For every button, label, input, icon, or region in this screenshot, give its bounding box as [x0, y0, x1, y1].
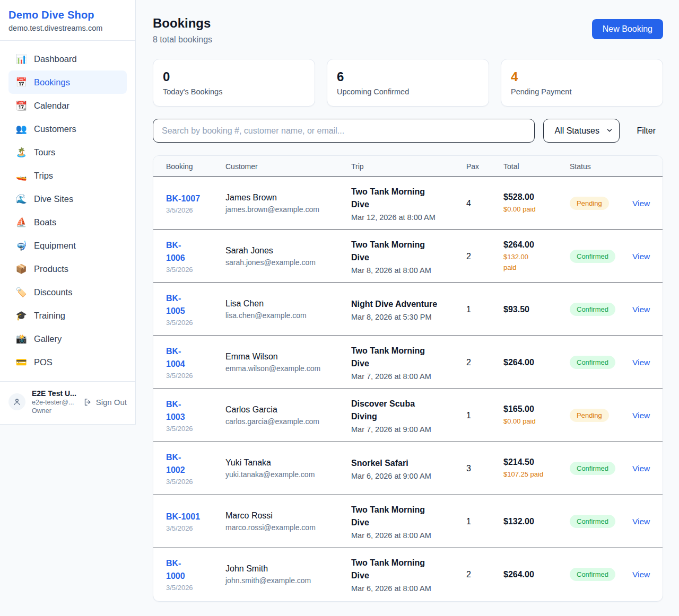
- nav-item-icon: 👥: [15, 124, 27, 135]
- view-link[interactable]: View: [632, 464, 650, 473]
- nav-item-label: Calendar: [34, 101, 69, 111]
- view-link[interactable]: View: [632, 199, 650, 208]
- nav-item-icon: 📅: [15, 77, 27, 88]
- trip-name: Two Tank Morning Dive: [351, 345, 461, 370]
- booking-id-link[interactable]: BK- 1000: [166, 557, 185, 583]
- col-header-total: Total: [503, 156, 570, 177]
- trip-time: Mar 8, 2026 at 8:00 AM: [351, 266, 461, 275]
- trip-time: Mar 6, 2026 at 8:00 AM: [351, 584, 461, 593]
- sidebar-item-dashboard[interactable]: 📊 Dashboard: [8, 47, 127, 71]
- nav-item-icon: 🌊: [15, 193, 27, 205]
- sidebar-item-discounts[interactable]: 🏷️ Discounts: [8, 280, 127, 304]
- page-header: Bookings 8 total bookings New Booking: [153, 16, 663, 45]
- nav-item-label: Customers: [34, 124, 76, 134]
- customer-email: yuki.tanaka@example.com: [225, 470, 346, 479]
- view-link[interactable]: View: [632, 358, 650, 367]
- trip-time: Mar 7, 2026 at 8:00 AM: [351, 372, 461, 381]
- status-badge: Confirmed: [570, 568, 615, 581]
- nav-item-label: Products: [34, 264, 68, 274]
- sidebar-item-products[interactable]: 📦 Products: [8, 257, 127, 280]
- user-info: E2E Test U... e2e-tester@... Owner: [32, 389, 76, 415]
- nav-item-icon: 📊: [15, 54, 27, 65]
- sidebar-header: Demo Dive Shop demo.test.divestreams.com: [0, 0, 135, 41]
- sidebar-item-boats[interactable]: ⛵ Boats: [8, 210, 127, 234]
- col-header-customer: Customer: [225, 156, 351, 177]
- pax-count: 1: [466, 305, 471, 314]
- trip-name: Snorkel Safari: [351, 457, 461, 470]
- trip-name: Two Tank Morning Dive: [351, 186, 461, 211]
- user-name: E2E Test U...: [32, 389, 76, 398]
- filter-button[interactable]: Filter: [637, 126, 656, 136]
- view-link[interactable]: View: [632, 411, 650, 420]
- booking-id-link[interactable]: BK- 1005: [166, 292, 185, 318]
- table-row: BK- 1005 3/5/2026 Lisa Chen lisa.chen@ex…: [153, 283, 663, 336]
- nav-item-icon: 🏝️: [15, 147, 27, 158]
- sidebar-item-tours[interactable]: 🏝️ Tours: [8, 140, 127, 164]
- trip-time: Mar 8, 2026 at 5:30 PM: [351, 313, 461, 321]
- sign-out-button[interactable]: Sign Out: [83, 398, 127, 407]
- trip-time: Mar 6, 2026 at 9:00 AM: [351, 472, 461, 480]
- nav-item-label: POS: [34, 357, 53, 367]
- total-amount: $214.50: [503, 457, 564, 467]
- customer-email: emma.wilson@example.com: [225, 364, 346, 373]
- nav-item-icon: 🚤: [15, 170, 27, 181]
- booking-id-link[interactable]: BK-1001: [166, 511, 200, 523]
- total-amount: $264.00: [503, 240, 564, 250]
- new-booking-button[interactable]: New Booking: [592, 19, 663, 39]
- nav-item-label: Boats: [34, 217, 56, 227]
- booking-id-link[interactable]: BK- 1003: [166, 398, 185, 424]
- view-link[interactable]: View: [632, 305, 650, 314]
- table-row: BK- 1006 3/5/2026 Sarah Jones sarah.jone…: [153, 230, 663, 283]
- view-link[interactable]: View: [632, 252, 650, 261]
- shop-domain: demo.test.divestreams.com: [8, 24, 127, 32]
- page-title: Bookings: [153, 16, 212, 31]
- filter-bar: All Statuses Filter: [153, 119, 663, 143]
- main-content: Bookings 8 total bookings New Booking 0 …: [136, 0, 679, 616]
- sidebar-item-customers[interactable]: 👥 Customers: [8, 117, 127, 140]
- customer-name: James Brown: [225, 193, 346, 203]
- total-amount: $264.00: [503, 358, 564, 367]
- sidebar-item-gallery[interactable]: 📸 Gallery: [8, 327, 127, 350]
- sidebar-item-bookings[interactable]: 📅 Bookings: [8, 71, 127, 94]
- nav-item-icon: ⛵: [15, 217, 27, 228]
- bookings-table-card: Booking Customer Trip Pax Total Status B…: [153, 155, 663, 602]
- trip-name: Discover Scuba Diving: [351, 398, 461, 423]
- trip-time: Mar 12, 2026 at 8:00 AM: [351, 213, 461, 222]
- nav-item-icon: 🏷️: [15, 287, 27, 298]
- sidebar-item-equipment[interactable]: 🤿 Equipment: [8, 234, 127, 257]
- col-header-action: [632, 156, 663, 177]
- sidebar-item-calendar[interactable]: 📆 Calendar: [8, 94, 127, 117]
- trip-time: Mar 6, 2026 at 8:00 AM: [351, 531, 461, 540]
- view-link[interactable]: View: [632, 517, 650, 526]
- sidebar-item-training[interactable]: 🎓 Training: [8, 304, 127, 327]
- sidebar-item-dive-sites[interactable]: 🌊 Dive Sites: [8, 187, 127, 210]
- nav-item-icon: 🎓: [15, 310, 27, 321]
- booking-date: 3/5/2026: [166, 372, 220, 380]
- stat-label: Today's Bookings: [163, 87, 305, 96]
- nav-item-icon: 📦: [15, 263, 27, 275]
- booking-id-link[interactable]: BK- 1004: [166, 345, 185, 371]
- sidebar-item-trips[interactable]: 🚤 Trips: [8, 164, 127, 187]
- booking-id-link[interactable]: BK-1007: [166, 192, 200, 205]
- trip-name: Two Tank Morning Dive: [351, 557, 461, 582]
- customer-email: lisa.chen@example.com: [225, 311, 346, 320]
- booking-id-link[interactable]: BK- 1002: [166, 451, 185, 477]
- nav-item-label: Training: [34, 311, 65, 321]
- bookings-table: Booking Customer Trip Pax Total Status B…: [153, 156, 663, 601]
- search-input[interactable]: [153, 119, 535, 143]
- customer-name: John Smith: [225, 564, 346, 574]
- stat-card: 0 Today's Bookings: [153, 59, 315, 107]
- stat-value: 6: [337, 69, 479, 84]
- customer-name: Carlos Garcia: [225, 405, 346, 415]
- customer-name: Yuki Tanaka: [225, 458, 346, 468]
- nav-item-label: Tours: [34, 147, 55, 157]
- status-badge: Pending: [570, 197, 609, 210]
- status-select[interactable]: All Statuses: [543, 119, 620, 143]
- nav-item-icon: 🤿: [15, 240, 27, 251]
- booking-id-link[interactable]: BK- 1006: [166, 239, 185, 265]
- sidebar-item-pos[interactable]: 💳 POS: [8, 350, 127, 374]
- nav-item-label: Discounts: [34, 287, 72, 297]
- table-row: BK- 1000 3/5/2026 John Smith john.smith@…: [153, 548, 663, 601]
- col-header-pax: Pax: [466, 156, 503, 177]
- view-link[interactable]: View: [632, 570, 650, 579]
